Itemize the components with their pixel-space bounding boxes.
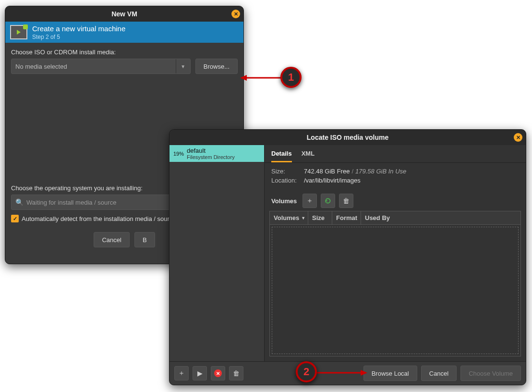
col-volumes[interactable]: Volumes▼	[270, 211, 308, 224]
tab-xml[interactable]: XML	[302, 150, 314, 162]
cancel-button[interactable]: Cancel	[421, 366, 457, 381]
volumes-label: Volumes	[271, 197, 297, 205]
media-select-value: No media selected	[15, 63, 67, 70]
wizard-step: Step 2 of 5	[32, 34, 125, 40]
delete-volume-button[interactable]: 🗑	[339, 194, 353, 208]
browse-local-button[interactable]: Browse Local	[363, 366, 417, 381]
volumes-table: Volumes▼ Size Format Used By	[269, 211, 521, 356]
refresh-button[interactable]	[321, 194, 335, 208]
svg-marker-1	[240, 75, 247, 81]
annotation-2: 2	[296, 361, 317, 382]
titlebar[interactable]: Locate ISO media volume ✕	[169, 130, 526, 145]
checkbox-checked-icon: ✓	[11, 215, 19, 222]
pool-name: default	[187, 147, 235, 154]
col-size[interactable]: Size	[308, 211, 332, 224]
browse-button[interactable]: Browse...	[195, 59, 238, 74]
wizard-header: Create a new virtual machine Step 2 of 5	[5, 22, 243, 43]
size-value: 742.48 GiB Free/179.58 GiB In Use	[304, 168, 406, 175]
close-icon[interactable]: ✕	[514, 133, 522, 142]
cancel-button[interactable]: Cancel	[94, 232, 129, 247]
pool-item-default[interactable]: 19% default Filesystem Directory	[169, 145, 264, 162]
window-title: Locate ISO media volume	[307, 134, 388, 141]
os-search-placeholder: Waiting for install media / source	[26, 199, 116, 206]
search-icon: 🔍	[15, 198, 24, 206]
volumes-table-body	[272, 227, 519, 354]
size-key: Size:	[271, 168, 300, 175]
svg-marker-3	[361, 370, 367, 376]
choose-volume-button[interactable]: Choose Volume	[460, 366, 521, 381]
autodetect-label: Automatically detect from the installati…	[22, 215, 176, 222]
start-pool-button[interactable]: ▶	[193, 366, 207, 380]
sort-desc-icon: ▼	[301, 216, 305, 220]
add-pool-button[interactable]: ＋	[174, 366, 189, 380]
tab-details[interactable]: Details	[271, 150, 292, 162]
titlebar[interactable]: New VM ✕	[5, 6, 243, 22]
window-title: New VM	[111, 10, 137, 18]
pool-type: Filesystem Directory	[187, 154, 235, 160]
vm-wizard-icon	[10, 25, 27, 39]
pool-sidebar: 19% default Filesystem Directory	[169, 145, 265, 361]
wizard-title: Create a new virtual machine	[32, 24, 125, 33]
pool-usage-percent: 19%	[173, 151, 184, 157]
annotation-1: 1	[280, 67, 302, 88]
media-select[interactable]: No media selected ▼	[11, 59, 191, 74]
delete-pool-button[interactable]: 🗑	[229, 366, 243, 380]
col-format[interactable]: Format	[332, 211, 361, 224]
chevron-down-icon[interactable]: ▼	[176, 59, 190, 74]
add-volume-button[interactable]: ＋	[302, 194, 317, 208]
back-button[interactable]: B	[134, 232, 155, 247]
location-key: Location:	[271, 177, 300, 184]
stop-pool-button[interactable]: ✕	[211, 366, 225, 380]
col-usedby[interactable]: Used By	[361, 211, 520, 224]
locate-iso-window: Locate ISO media volume ✕ 19% default Fi…	[169, 129, 526, 385]
media-label: Choose ISO or CDROM install media:	[11, 49, 238, 56]
close-icon[interactable]: ✕	[231, 10, 240, 18]
location-value: /var/lib/libvirt/images	[304, 177, 361, 184]
